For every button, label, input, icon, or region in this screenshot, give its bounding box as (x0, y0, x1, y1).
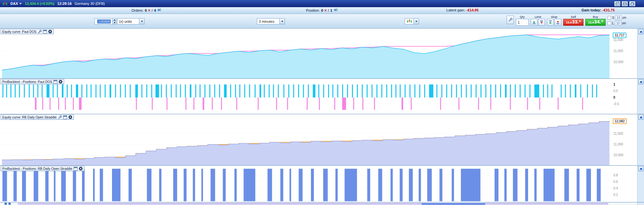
units-dropdown-button[interactable] (139, 18, 145, 24)
cancel-orders-icon[interactable]: × (148, 8, 150, 12)
y-axis-label: 11,500 (613, 132, 623, 135)
quantity-stepper (112, 18, 117, 24)
position-total: 1 (330, 8, 332, 12)
quantity-down-button[interactable] (112, 21, 117, 24)
limit-sell-order-button[interactable] (538, 19, 545, 26)
chart-style-button[interactable] (405, 18, 414, 24)
positions-chart-paul-dos[interactable] (0, 79, 612, 114)
stop-sell-order-button[interactable] (554, 19, 561, 26)
mini-chart-icon[interactable] (8, 203, 11, 205)
chevron-down-icon (19, 3, 22, 5)
latent-gain-value: -€14.95 (467, 8, 479, 12)
y-axis-label: 0 (613, 96, 615, 99)
panel-equity-rb-daily-open-straddle: Equity curve: RB Daily Open Straddle 11,… (0, 114, 644, 165)
order-qty-value: 1 (518, 20, 520, 24)
order-qty-input[interactable]: 1 (516, 19, 529, 26)
units-select[interactable]: (x) units (117, 18, 145, 24)
stop-buy-order-button[interactable] (547, 19, 554, 26)
buy-column: Buy 13,4 34. 9 (585, 15, 606, 26)
stop-points-input[interactable]: 10 (615, 15, 622, 20)
wrench-icon[interactable] (58, 115, 62, 119)
gain-today-value: -€31.75 (603, 8, 615, 12)
mini-chart-icon[interactable] (5, 203, 7, 205)
sell-column: Sell 13,4 33. 9 (563, 15, 583, 26)
position-settings-gear-icon[interactable] (334, 8, 338, 12)
detach-window-icon[interactable] (74, 167, 77, 171)
y-axis: 10.50-0.5 (613, 79, 637, 114)
instrument-selector[interactable]: DAX (10, 2, 22, 6)
close-icon[interactable] (68, 115, 72, 119)
panel-equity-paul-dos: Equity curve: Paul DOS 11,50011,00010,50… (0, 29, 644, 78)
latent-gain-label: Latent gain: (446, 8, 465, 12)
detach-window-icon[interactable] (53, 80, 57, 84)
limit-buy-order-button[interactable] (531, 19, 538, 26)
chart-style-dropdown-button[interactable] (413, 18, 419, 24)
panel-title: Equity curve: RB Daily Open Straddle (2, 116, 57, 119)
y-axis-label: 10,500 (613, 153, 623, 157)
close-icon[interactable] (48, 30, 52, 34)
limit-points-unit: pts (622, 21, 626, 25)
sell-button[interactable]: 13,4 33. 9 (563, 19, 583, 26)
limit-sell-icon (539, 20, 544, 25)
partial-price-band-highlight (422, 203, 485, 205)
panel-title: ProBacktest - Positions: Paul DOS (2, 80, 52, 84)
y-axis-label: 0.5 (613, 89, 618, 93)
charts-area: Equity curve: Paul DOS 11,50011,00010,50… (0, 29, 644, 202)
bottom-partial-panel (0, 202, 644, 205)
panel-menu-button[interactable] (638, 115, 643, 120)
list-button[interactable] (622, 1, 628, 7)
equity-chart-paul-dos[interactable] (0, 29, 612, 78)
qty-column: Qty 1 (516, 15, 529, 26)
units-label: (x) units (119, 20, 132, 23)
last-value-tag: 11,717 (613, 33, 626, 38)
panel-right-strip (637, 202, 644, 205)
wrench-icon[interactable] (38, 30, 42, 34)
positions-chart-rb-daily-open-straddle[interactable] (0, 166, 612, 202)
attached-stop-row: S 10 pts (608, 15, 626, 20)
panel-tab-positions-rb: ProBacktest - Positions: RB Daily Open S… (1, 166, 84, 171)
panel-positions-rb-daily-open-straddle: ProBacktest - Positions: RB Daily Open S… (0, 165, 644, 202)
limit-column: Limit (531, 15, 545, 26)
y-axis-label: 11,000 (613, 143, 623, 146)
gain-today-label: Gain today: (581, 8, 601, 12)
panel-tab-equity-rb: Equity curve: RB Daily Open Straddle (1, 115, 74, 120)
limit-checkbox[interactable] (608, 21, 611, 25)
limit-letter: L (612, 21, 614, 25)
clock-time: 12:29:16 (57, 2, 72, 6)
detach-window-icon[interactable] (43, 30, 47, 34)
close-position-icon[interactable]: × (324, 8, 327, 12)
panel-menu-button[interactable] (638, 79, 643, 84)
stop-checkbox[interactable] (608, 16, 611, 20)
position-value: 0 (321, 8, 323, 12)
timeframe-select[interactable]: 3 minutes (257, 18, 285, 24)
order-ticket: Qty 1 Limit Stop (507, 15, 626, 26)
buy-button[interactable]: 13,4 34. 9 (585, 19, 606, 26)
orders-value: 0 (145, 8, 147, 12)
equity-chart-rb-daily-open-straddle[interactable] (0, 114, 612, 165)
order-settings-button[interactable] (507, 16, 514, 24)
cascade-windows-button[interactable] (629, 1, 636, 7)
statusbar: Orders: 0 × / 4 Position: 0 × / 1 Latent… (0, 7, 644, 14)
qty-label: Qty (520, 15, 525, 19)
close-icon[interactable] (59, 80, 63, 84)
chart-style-select[interactable] (405, 18, 419, 24)
panel-right-strip (637, 29, 644, 78)
timeframe-dropdown-button[interactable] (279, 18, 285, 24)
close-icon[interactable] (79, 167, 83, 171)
workspace-button[interactable] (614, 1, 621, 7)
panel-menu-button[interactable] (638, 29, 643, 34)
sell-label: Sell (571, 15, 576, 19)
orders-status: Orders: 0 × / 4 (132, 8, 161, 12)
orders-settings-gear-icon[interactable] (157, 8, 161, 12)
detach-window-icon[interactable] (63, 116, 67, 119)
window-buttons (614, 1, 636, 7)
limit-points-input[interactable]: 10 (615, 21, 621, 25)
candlestick-style-icon (407, 19, 412, 23)
buy-price-decimal: 9 (601, 20, 603, 23)
quantity-input[interactable]: 100000 (94, 18, 113, 24)
panel-menu-button[interactable] (638, 166, 643, 171)
stop-label: Stop (551, 15, 557, 19)
partial-price-band (18, 203, 608, 205)
panel-title: Equity curve: Paul DOS (2, 30, 36, 34)
y-axis: 0.80.60.40.2 (613, 166, 637, 202)
